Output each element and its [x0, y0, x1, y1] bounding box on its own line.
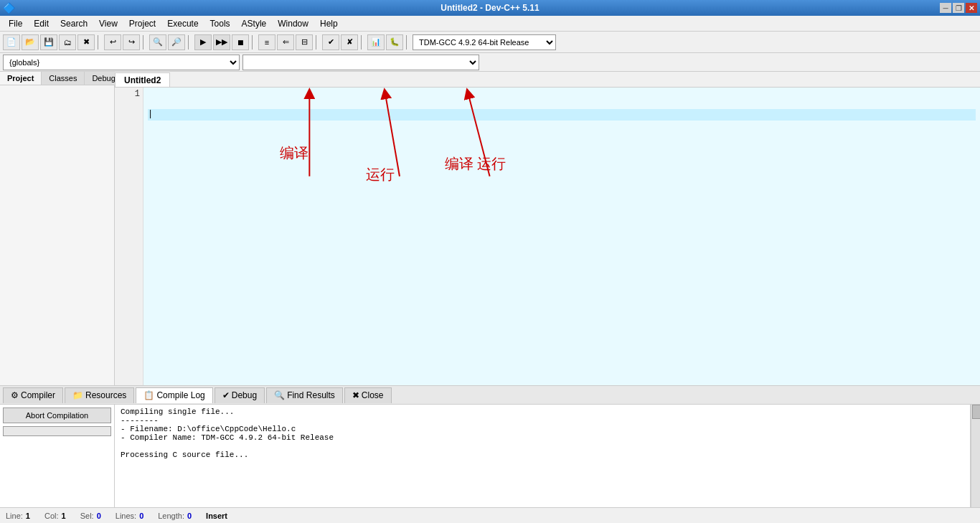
bottom-tab-compiler[interactable]: ⚙ Compiler	[3, 387, 63, 403]
close-button[interactable]: ✕	[966, 3, 977, 13]
menu-tools[interactable]: Tools	[204, 17, 236, 30]
close-icon-bottom: ✖	[352, 390, 359, 400]
resources-icon: 📁	[72, 390, 83, 400]
bottom-left: Abort Compilation	[0, 405, 115, 507]
menu-window[interactable]: Window	[272, 17, 314, 30]
editor-with-arrows: Untitled2 1 |	[115, 72, 980, 385]
menu-execute[interactable]: Execute	[161, 17, 204, 30]
title-left: 🔷	[3, 2, 15, 14]
bottom-tab-debug[interactable]: ✔ Debug	[215, 387, 265, 403]
left-panel-tabs: Project Classes Debug	[0, 72, 114, 85]
line-value: 1	[26, 512, 30, 520]
tb-undo-button[interactable]: ↩	[104, 34, 121, 50]
left-panel-content	[0, 85, 114, 385]
tb-redo-button[interactable]: ↪	[123, 34, 140, 50]
scrollbar-thumb[interactable]	[972, 405, 980, 419]
globals-dropdown[interactable]: {globals}	[3, 55, 240, 70]
bottom-tab-compile-log[interactable]: 📋 Compile Log	[136, 387, 212, 403]
status-length: Length: 0	[158, 512, 192, 520]
tb-check-button[interactable]: ✔	[322, 34, 339, 50]
tb-sep-4	[252, 35, 255, 50]
tb-toggle-button[interactable]: ⊟	[296, 34, 313, 50]
log-line-3: - Filename: D:\office\CppCode\Hello.c	[121, 425, 964, 433]
bottom-panel: ⚙ Compiler 📁 Resources 📋 Compile Log ✔ D…	[0, 385, 980, 507]
tb-save-button[interactable]: 💾	[40, 34, 57, 50]
sel-label: Sel:	[80, 512, 94, 520]
annotation-compile: 编译	[280, 143, 308, 163]
tb-indent-button[interactable]: ≡	[258, 34, 275, 50]
tb-saveall-button[interactable]: 🗂	[59, 34, 76, 50]
tb-cancel-button[interactable]: ✘	[341, 34, 358, 50]
debug-icon: ✔	[222, 390, 230, 400]
tb-open-button[interactable]: 📂	[22, 34, 39, 50]
main-area: Project Classes Debug Untitled2 1 |	[0, 72, 980, 385]
restore-button[interactable]: ❐	[953, 3, 964, 13]
left-panel: Project Classes Debug	[0, 72, 115, 385]
tb-stop-button[interactable]: ⏹	[232, 34, 249, 50]
tb-sep-6	[361, 35, 364, 50]
tb-close-button[interactable]: ✖	[77, 34, 95, 50]
log-line-6: Processing C source file...	[121, 451, 964, 459]
left-tab-classes[interactable]: Classes	[42, 72, 85, 85]
toolbar-row-2: {globals}	[0, 53, 980, 72]
bottom-scrollbar[interactable]	[970, 405, 980, 507]
length-label: Length:	[158, 512, 184, 520]
status-col: Col: 1	[44, 512, 66, 520]
menu-project[interactable]: Project	[123, 17, 161, 30]
editor-wrapper: 1 |	[115, 88, 980, 385]
tb-compile-button[interactable]: ▶	[194, 34, 212, 50]
compiler-icon: ⚙	[11, 390, 19, 400]
tb-new-button[interactable]: 📄	[3, 34, 20, 50]
sel-value: 0	[97, 512, 101, 520]
menu-file[interactable]: File	[3, 17, 28, 30]
function-dropdown[interactable]	[242, 55, 479, 70]
resources-tab-label: Resources	[85, 390, 126, 400]
title-bar: 🔷 Untitled2 - Dev-C++ 5.11 ─ ❐ ✕	[0, 0, 980, 16]
tb-profile-button[interactable]: 📊	[367, 34, 385, 50]
lines-value: 0	[139, 512, 143, 520]
tb-unindent-button[interactable]: ⇐	[277, 34, 294, 50]
debug-tab-label: Debug	[232, 390, 257, 400]
bottom-tab-resources[interactable]: 📁 Resources	[65, 387, 134, 403]
log-line-2: --------	[121, 416, 964, 425]
status-bar: Line: 1 Col: 1 Sel: 0 Lines: 0 Length: 0…	[0, 507, 980, 523]
col-label: Col:	[44, 512, 59, 520]
compilelog-tab-label: Compile Log	[156, 390, 204, 400]
line-numbers: 1	[115, 88, 143, 385]
status-sel: Sel: 0	[80, 512, 101, 520]
tb-debug2-button[interactable]: 🐛	[386, 34, 403, 50]
tb-find-button[interactable]: 🔍	[149, 34, 166, 50]
progress-bar	[3, 426, 111, 436]
bottom-tab-find-results[interactable]: 🔍 Find Results	[266, 387, 343, 403]
abort-compilation-button[interactable]: Abort Compilation	[3, 407, 111, 423]
editor-tab-label: Untitled2	[124, 75, 161, 85]
menu-view[interactable]: View	[93, 17, 123, 30]
menu-astyle[interactable]: AStyle	[236, 17, 273, 30]
bottom-tab-close[interactable]: ✖ Close	[344, 387, 392, 403]
editor-content[interactable]: |	[143, 88, 980, 385]
bottom-tabs: ⚙ Compiler 📁 Resources 📋 Compile Log ✔ D…	[0, 386, 980, 405]
findresults-icon: 🔍	[274, 390, 285, 400]
annotation-run: 运行	[366, 165, 395, 184]
line-number-1: 1	[118, 89, 140, 99]
edit-mode: Insert	[206, 512, 227, 520]
tab-bar: Untitled2	[115, 72, 980, 88]
tb-run-button[interactable]: ▶▶	[213, 34, 230, 50]
log-line-1: Compiling single file...	[121, 407, 964, 416]
tb-replace-button[interactable]: 🔎	[168, 34, 185, 50]
status-lines: Lines: 0	[116, 512, 143, 520]
menu-bar: File Edit Search View Project Execute To…	[0, 16, 980, 32]
menu-help[interactable]: Help	[314, 17, 344, 30]
menu-edit[interactable]: Edit	[28, 17, 55, 30]
editor-area: 1 |	[115, 88, 980, 385]
left-tab-project[interactable]: Project	[0, 72, 42, 85]
toolbar-row-1: 📄 📂 💾 🗂 ✖ ↩ ↪ 🔍 🔎 ▶ ▶▶ ⏹ ≡ ⇐ ⊟ ✔ ✘ 📊 🐛 T…	[0, 32, 980, 53]
tb-sep-2	[143, 35, 146, 50]
editor-tab-untitled2[interactable]: Untitled2	[115, 72, 170, 87]
menu-search[interactable]: Search	[55, 17, 93, 30]
minimize-button[interactable]: ─	[940, 3, 951, 13]
log-line-5	[121, 442, 964, 451]
compiler-dropdown[interactable]: TDM-GCC 4.9.2 64-bit Release	[413, 34, 556, 50]
lines-label: Lines:	[116, 512, 136, 520]
close-tab-label: Close	[362, 390, 384, 400]
